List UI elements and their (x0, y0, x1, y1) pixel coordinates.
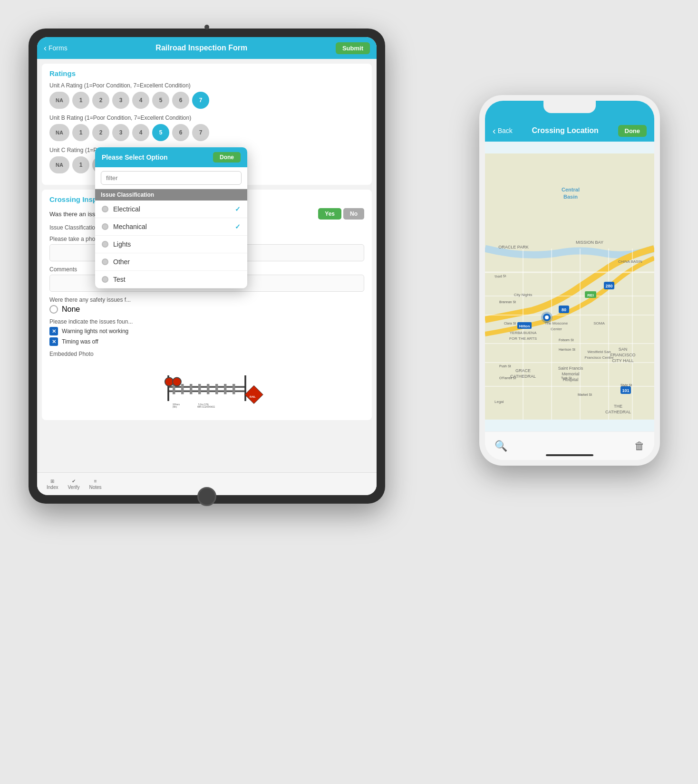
popup-option-other[interactable]: Other (95, 253, 247, 271)
unit-a-6[interactable]: 6 (172, 92, 189, 109)
unit-b-rating: Unit B Rating (1=Poor Condition, 7=Excel… (49, 115, 364, 141)
popup-option-lights[interactable]: Lights (95, 236, 247, 253)
svg-text:Folsom St: Folsom St (559, 338, 574, 342)
search-icon[interactable]: 🔍 (494, 440, 507, 452)
option-dot-electrical (102, 206, 108, 212)
tablet-home-button[interactable] (197, 487, 216, 506)
phone-app-header: ‹ Back Crossing Location Done (485, 120, 654, 142)
toolbar-index[interactable]: ⊞ Index (47, 478, 58, 490)
popup-filter-area (95, 167, 247, 189)
none-radio[interactable] (49, 305, 58, 314)
issue-checkbox-1[interactable]: ✕ (49, 327, 58, 335)
unit-b-buttons: NA 1 2 3 4 5 6 7 (49, 124, 364, 141)
svg-text:MISSION BAY: MISSION BAY (576, 240, 603, 245)
issue-label-1: Warning lights not working (62, 328, 128, 335)
no-button[interactable]: No (343, 208, 364, 220)
unit-b-2[interactable]: 2 (92, 124, 109, 141)
safety-label: Were there any safety issues f... (49, 296, 364, 303)
phone-map[interactable]: Central Basin ORACLE PARK MISSION BAY CH… (485, 142, 654, 431)
svg-text:REI: REI (587, 293, 593, 297)
embedded-photo-row: Embedded Photo (49, 351, 364, 357)
svg-text:CITY HALL: CITY HALL (612, 358, 633, 363)
svg-text:Push St: Push St (499, 364, 511, 368)
svg-text:CHINA BASIN: CHINA BASIN (618, 259, 642, 264)
unit-b-7[interactable]: 7 (192, 124, 209, 141)
filter-input[interactable] (101, 171, 242, 185)
option-label-lights: Lights (113, 240, 131, 248)
unit-a-na[interactable]: NA (49, 92, 69, 109)
svg-text:City Nights: City Nights (514, 293, 533, 297)
unit-a-3[interactable]: 3 (112, 92, 129, 109)
option-dot-test (102, 276, 108, 283)
popup-option-electrical[interactable]: Electrical ✓ (95, 201, 247, 218)
svg-text:200mm: 200mm (173, 403, 180, 406)
yes-button[interactable]: Yes (318, 208, 341, 220)
svg-text:YERBA BUENA: YERBA BUENA (510, 331, 537, 335)
diagram-area: RAIL 200mm (8in) 5.2m (17ft) MIN CLEARAN… (54, 362, 359, 414)
embedded-photo-label: Embedded Photo (49, 351, 364, 357)
popup-group-label: Issue Classification (95, 189, 247, 201)
notes-label: Notes (89, 485, 101, 490)
popup-option-mechanical[interactable]: Mechanical ✓ (95, 218, 247, 236)
option-label-electrical: Electrical (113, 205, 140, 213)
unit-c-1[interactable]: 1 (72, 156, 89, 173)
unit-a-2[interactable]: 2 (92, 92, 109, 109)
popup-title: Please Select Option (102, 153, 168, 161)
phone-back-link[interactable]: ‹ Back (493, 125, 513, 136)
svg-text:Saint Francis: Saint Francis (558, 366, 583, 371)
svg-text:O'Farrell St: O'Farrell St (499, 376, 516, 380)
phone-done-button[interactable]: Done (618, 125, 647, 137)
svg-rect-5 (198, 384, 201, 394)
yes-no-group: Yes No (318, 208, 364, 220)
back-label: Forms (48, 44, 68, 52)
phone-home-indicator (546, 454, 593, 456)
unit-b-na[interactable]: NA (49, 124, 69, 141)
svg-text:FRANCISCO: FRANCISCO (610, 353, 635, 357)
popup-done-button[interactable]: Done (213, 152, 241, 163)
safety-row: Were there any safety issues f... None (49, 296, 364, 314)
svg-text:SOMA: SOMA (593, 321, 605, 325)
issue-checkbox-2[interactable]: ✕ (49, 337, 58, 346)
unit-b-3[interactable]: 3 (112, 124, 129, 141)
unit-a-4[interactable]: 4 (132, 92, 149, 109)
app-title: Railroad Inspection Form (155, 44, 247, 52)
unit-b-6[interactable]: 6 (172, 124, 189, 141)
unit-b-4[interactable]: 4 (132, 124, 149, 141)
phone-back-label: Back (498, 127, 513, 134)
app-header: ‹ Forms Railroad Inspection Form Submit (37, 37, 377, 59)
svg-text:FOR THE ARTS: FOR THE ARTS (509, 336, 537, 341)
unit-a-rating: Unit A Rating (1=Poor Condition, 7=Excel… (49, 82, 364, 109)
svg-text:GRACE: GRACE (515, 368, 531, 373)
unit-a-1[interactable]: 1 (72, 92, 89, 109)
svg-text:MIN CLEARANCE: MIN CLEARANCE (197, 406, 215, 408)
svg-point-13 (173, 378, 181, 386)
svg-point-12 (165, 378, 174, 386)
issue-item-2: ✕ Timing was off (49, 337, 364, 346)
svg-rect-3 (181, 384, 184, 394)
svg-text:CATHEDRAL: CATHEDRAL (605, 410, 631, 414)
back-link[interactable]: ‹ Forms (44, 43, 68, 53)
unit-b-1[interactable]: 1 (72, 124, 89, 141)
unit-a-7[interactable]: 7 (192, 92, 209, 109)
railroad-diagram: RAIL 200mm (8in) 5.2m (17ft) MIN CLEARAN… (140, 367, 273, 410)
unit-b-5[interactable]: 5 (152, 124, 169, 141)
submit-button[interactable]: Submit (336, 42, 370, 54)
popup-option-test[interactable]: Test (95, 271, 247, 288)
check-electrical: ✓ (235, 205, 241, 213)
option-dot-other (102, 258, 108, 265)
toolbar-notes[interactable]: ≡ Notes (89, 478, 101, 490)
svg-rect-9 (233, 384, 235, 394)
svg-text:5.2m (17ft): 5.2m (17ft) (198, 403, 209, 406)
issues-label: Please indicate the issues foun... (49, 318, 364, 325)
map-svg: Central Basin ORACLE PARK MISSION BAY CH… (485, 142, 654, 431)
phone-title: Crossing Location (532, 126, 598, 135)
unit-c-na[interactable]: NA (49, 156, 69, 173)
svg-rect-8 (224, 384, 226, 394)
toolbar-verify[interactable]: ✔ Verify (68, 478, 79, 490)
phone-device: ‹ Back Crossing Location Done (479, 95, 660, 466)
delete-icon[interactable]: 🗑 (634, 440, 645, 452)
issues-row: Please indicate the issues foun... ✕ War… (49, 318, 364, 346)
popup-modal: Please Select Option Done Issue Classifi… (95, 147, 247, 288)
svg-text:Francisco Centre: Francisco Centre (585, 355, 614, 360)
unit-a-5[interactable]: 5 (152, 92, 169, 109)
